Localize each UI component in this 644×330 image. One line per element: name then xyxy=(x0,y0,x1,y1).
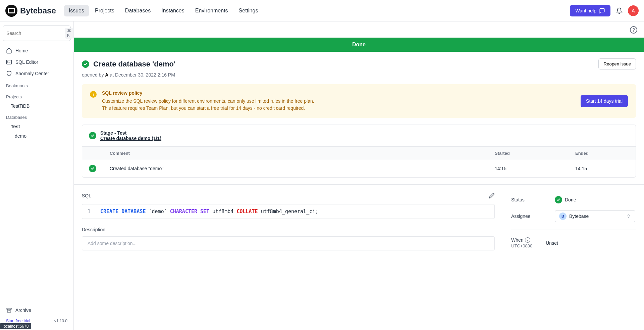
user-avatar[interactable]: A xyxy=(628,5,639,16)
notifications-icon[interactable] xyxy=(616,7,623,14)
col-status xyxy=(82,147,103,160)
cell-ended: 14:15 xyxy=(569,160,636,177)
issue-meta: opened by A at December 30, 2022 2:16 PM xyxy=(82,72,636,78)
nav-projects[interactable]: Projects xyxy=(90,5,119,16)
sql-label: SQL xyxy=(82,193,91,198)
home-icon xyxy=(6,48,12,54)
svg-rect-1 xyxy=(7,308,11,309)
sql-statement: CREATE DATABASE `demo` CHARACTER SET utf… xyxy=(96,208,322,215)
archive-icon xyxy=(6,307,12,313)
start-trial-button[interactable]: Start 14 days trial xyxy=(581,95,628,107)
col-started: Started xyxy=(488,147,569,160)
sidebar: ⌘ K Home SQL Editor Anomaly Center Bookm… xyxy=(0,21,74,330)
search-box[interactable]: ⌘ K xyxy=(3,26,71,41)
nav-databases[interactable]: Databases xyxy=(120,5,156,16)
assignee-select[interactable]: B Bytebase xyxy=(555,210,635,222)
help-icon[interactable]: ? xyxy=(630,26,637,34)
stage-subtitle[interactable]: Create database demo (1/1) xyxy=(100,136,161,141)
sidebar-sql-editor[interactable]: SQL Editor xyxy=(3,56,71,68)
description-label: Description xyxy=(82,227,495,232)
edit-icon[interactable] xyxy=(489,193,495,199)
description-input[interactable]: Add some description... xyxy=(82,236,495,250)
assignee-avatar: B xyxy=(559,213,567,220)
sidebar-db-demo[interactable]: demo xyxy=(3,131,71,141)
table-row[interactable]: Created database "demo" 14:15 14:15 xyxy=(82,160,636,177)
issue-title: Create database 'demo' xyxy=(93,60,175,68)
svg-rect-0 xyxy=(7,60,12,64)
chevron-sort-icon xyxy=(626,214,631,219)
cell-comment: Created database "demo" xyxy=(103,160,488,177)
sidebar-projects-header: Projects xyxy=(3,90,71,101)
cell-started: 14:15 xyxy=(488,160,569,177)
start-trial-link[interactable]: Start free trial xyxy=(6,319,30,323)
question-icon[interactable]: ? xyxy=(525,237,530,243)
status-banner: Done xyxy=(74,38,644,52)
when-value: Unset xyxy=(546,240,558,246)
main-nav: Issues Projects Databases Instances Envi… xyxy=(64,5,263,16)
brand-logo[interactable]: Bytebase xyxy=(5,5,56,17)
sidebar-home[interactable]: Home xyxy=(3,45,71,56)
search-shortcut: ⌘ K xyxy=(65,28,73,39)
sidebar-sql-editor-label: SQL Editor xyxy=(15,59,38,65)
when-label: When xyxy=(511,237,524,243)
brand-logo-icon xyxy=(5,5,17,17)
when-timezone: UTC+0800 xyxy=(511,243,532,248)
promo-desc-2: This feature requires Team Plan, but you… xyxy=(102,105,575,112)
sql-code[interactable]: 1 CREATE DATABASE `demo` CHARACTER SET u… xyxy=(82,204,495,219)
want-help-label: Want help xyxy=(575,8,596,13)
row-check-icon xyxy=(89,165,96,172)
want-help-button[interactable]: Want help xyxy=(570,5,610,16)
stage-box: Stage - Test Create database demo (1/1) … xyxy=(82,125,636,178)
sidebar-databases-header: Databases xyxy=(3,111,71,122)
sidebar-bookmarks-header: Bookmarks xyxy=(3,79,71,90)
info-icon: i xyxy=(90,91,97,98)
promo-title: SQL review policy xyxy=(102,90,575,96)
main-content: ? Done Create database 'demo' Reopen iss… xyxy=(74,21,644,330)
brand-name: Bytebase xyxy=(20,6,56,15)
metadata-panel: Status Done Assignee B Bytebase xyxy=(503,185,644,260)
sidebar-archive[interactable]: Archive xyxy=(3,304,71,316)
sidebar-home-label: Home xyxy=(15,48,28,53)
chat-icon xyxy=(599,8,605,14)
promo-banner: i SQL review policy Customize the SQL re… xyxy=(82,84,636,118)
nav-settings[interactable]: Settings xyxy=(234,5,263,16)
sidebar-archive-label: Archive xyxy=(15,308,31,313)
check-circle-icon xyxy=(82,60,89,68)
nav-instances[interactable]: Instances xyxy=(157,5,189,16)
sidebar-anomaly-label: Anomaly Center xyxy=(15,71,49,76)
sidebar-anomaly-center[interactable]: Anomaly Center xyxy=(3,68,71,79)
search-input[interactable] xyxy=(6,31,65,36)
reopen-issue-button[interactable]: Reopen issue xyxy=(598,58,636,69)
assignee-value: Bytebase xyxy=(569,214,589,219)
status-value: Done xyxy=(565,197,576,202)
status-check-icon xyxy=(555,196,562,203)
line-number: 1 xyxy=(82,208,96,215)
sidebar-project-testtidb[interactable]: TestTiDB xyxy=(3,101,71,111)
issue-author: A xyxy=(105,72,108,78)
task-table: Comment Started Ended Created database "… xyxy=(82,146,636,177)
col-comment: Comment xyxy=(103,147,488,160)
shield-icon xyxy=(6,70,12,77)
terminal-icon xyxy=(6,59,12,65)
version-label: v1.10.0 xyxy=(54,319,67,323)
sidebar-db-test[interactable]: Test xyxy=(3,122,71,131)
stage-check-icon xyxy=(89,132,96,139)
promo-desc-1: Customize the SQL review policy for diff… xyxy=(102,98,575,105)
col-ended: Ended xyxy=(569,147,636,160)
stage-title[interactable]: Stage - Test xyxy=(100,130,161,136)
assignee-label: Assignee xyxy=(511,214,555,219)
localhost-indicator: localhost:5678 xyxy=(0,323,31,329)
status-label: Status xyxy=(511,197,555,202)
nav-environments[interactable]: Environments xyxy=(191,5,233,16)
nav-issues[interactable]: Issues xyxy=(64,5,89,16)
